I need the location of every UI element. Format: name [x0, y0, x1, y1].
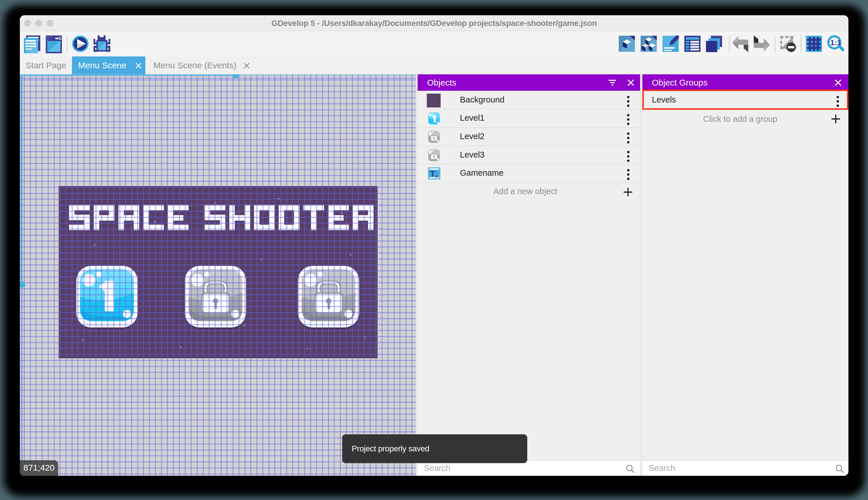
- svg-text:1:1: 1:1: [830, 38, 841, 47]
- svg-text:T: T: [430, 169, 435, 178]
- svg-text:x: x: [435, 173, 438, 179]
